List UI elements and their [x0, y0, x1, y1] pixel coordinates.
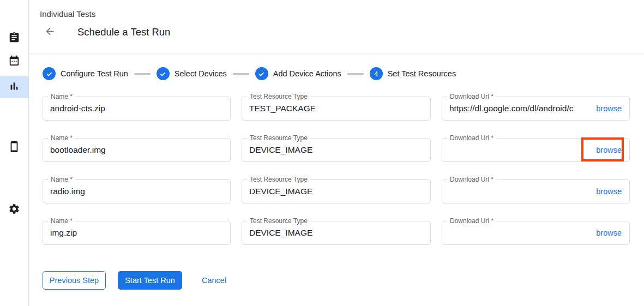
step-complete-check-icon	[255, 67, 268, 80]
page-header: Individual Tests Schedule a Test Run	[29, 0, 644, 53]
name-field-row4[interactable]: Name * img.zip	[43, 221, 231, 245]
url-field-value: https://dl.google.com/dl/android/c	[442, 97, 593, 120]
name-field-label: Name *	[48, 217, 75, 225]
type-field-row1[interactable]: Test Resource Type TEST_PACKAGE	[242, 97, 431, 121]
url-field-label: Download Url *	[447, 217, 496, 225]
sidebar-item-tests[interactable]	[0, 28, 28, 50]
url-field-label: Download Url *	[447, 93, 496, 100]
browse-link-row1[interactable]: browse	[593, 104, 629, 113]
sidebar-item-devices[interactable]	[0, 137, 28, 159]
name-field-value: bootloader.img	[43, 139, 230, 161]
step-label: Select Devices	[174, 69, 227, 78]
sidebar-item-test-runs[interactable]	[0, 76, 28, 98]
url-field-value	[442, 139, 593, 161]
calendar-icon	[8, 55, 20, 69]
stepper-connector	[347, 73, 364, 75]
back-button[interactable]	[43, 26, 56, 39]
type-field-value: TEST_PACKAGE	[242, 97, 430, 120]
type-field-label: Test Resource Type	[247, 93, 310, 100]
main-content: Individual Tests Schedule a Test Run Con…	[29, 0, 644, 306]
type-field-row3[interactable]: Test Resource Type DEVICE_IMAGE	[242, 179, 431, 203]
url-field-label: Download Url *	[447, 176, 496, 183]
stepper-connector	[134, 73, 151, 75]
type-field-value: DEVICE_IMAGE	[242, 139, 430, 161]
type-field-label: Test Resource Type	[247, 176, 310, 183]
cancel-link[interactable]: Cancel	[202, 276, 226, 285]
name-field-value: android-cts.zip	[43, 97, 230, 120]
name-field-label: Name *	[48, 93, 75, 100]
step-label: Set Test Resources	[388, 69, 456, 78]
page-title: Schedule a Test Run	[77, 26, 170, 38]
type-field-label: Test Resource Type	[247, 134, 310, 142]
type-field-row4[interactable]: Test Resource Type DEVICE_IMAGE	[242, 221, 431, 245]
name-field-row3[interactable]: Name * radio.img	[43, 179, 231, 203]
step-label: Configure Test Run	[61, 69, 128, 78]
previous-step-button[interactable]: Previous Step	[43, 271, 106, 290]
step-configure-test-run[interactable]: Configure Test Run	[43, 67, 128, 80]
type-field-value: DEVICE_IMAGE	[242, 180, 430, 203]
url-field-row3[interactable]: Download Url * browse	[442, 179, 630, 203]
browse-link-row3[interactable]: browse	[593, 187, 629, 196]
stepper: Configure Test Run Select Devices Add De…	[29, 67, 644, 80]
step-select-devices[interactable]: Select Devices	[157, 67, 227, 80]
bar-chart-icon	[8, 80, 20, 94]
url-field-row2[interactable]: Download Url * browse	[442, 138, 630, 162]
url-field-row4[interactable]: Download Url * browse	[442, 221, 630, 245]
url-field-value	[442, 221, 593, 244]
test-resources-form: Name * android-cts.zip Test Resource Typ…	[29, 97, 644, 245]
type-field-value: DEVICE_IMAGE	[242, 221, 430, 244]
name-field-value: img.zip	[43, 221, 230, 244]
stepper-connector	[233, 73, 249, 75]
step-complete-check-icon	[43, 67, 56, 80]
step-add-device-actions[interactable]: Add Device Actions	[255, 67, 341, 80]
url-field-value	[442, 180, 593, 203]
step-number-badge: 4	[370, 67, 383, 80]
sidebar	[0, 0, 29, 306]
sidebar-item-plans[interactable]	[0, 51, 28, 73]
assignment-icon	[8, 32, 20, 46]
gear-icon	[8, 203, 20, 217]
step-label: Add Device Actions	[273, 69, 341, 78]
sidebar-item-settings[interactable]	[0, 199, 28, 221]
step-set-test-resources[interactable]: 4 Set Test Resources	[370, 67, 456, 80]
name-field-row1[interactable]: Name * android-cts.zip	[43, 97, 231, 121]
url-field-row1[interactable]: Download Url * https://dl.google.com/dl/…	[442, 97, 630, 121]
browse-link-row4[interactable]: browse	[593, 229, 629, 237]
browse-link-row2[interactable]: browse	[593, 146, 629, 154]
name-field-label: Name *	[48, 134, 75, 142]
step-complete-check-icon	[157, 67, 170, 80]
action-bar: Previous Step Start Test Run Cancel	[29, 271, 644, 290]
url-field-label: Download Url *	[447, 134, 496, 142]
start-test-run-button[interactable]: Start Test Run	[118, 271, 182, 290]
breadcrumb: Individual Tests	[40, 9, 644, 19]
name-field-row2[interactable]: Name * bootloader.img	[43, 138, 231, 162]
type-field-row2[interactable]: Test Resource Type DEVICE_IMAGE	[242, 138, 431, 162]
type-field-label: Test Resource Type	[247, 217, 310, 225]
smartphone-icon	[8, 141, 20, 155]
arrow-back-icon	[44, 26, 56, 39]
name-field-label: Name *	[48, 176, 75, 183]
name-field-value: radio.img	[43, 180, 230, 203]
